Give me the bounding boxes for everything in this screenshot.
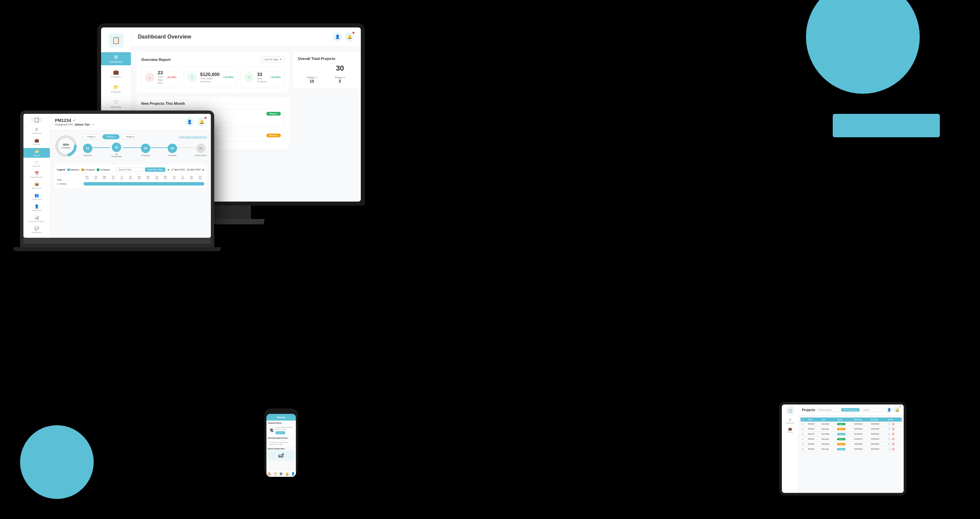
laptop-user-button[interactable]: 👤 <box>185 117 194 127</box>
user-profile-button[interactable]: 👤 <box>333 32 342 41</box>
table-row[interactable]: ☐ PM1234 Renovate Phase 1 01/04/2023 30/… <box>800 437 902 442</box>
sidebar-item-dashboard[interactable]: ⊞ Dashboard <box>101 52 131 65</box>
report-filter-dropdown[interactable]: Last 30 days ▾ <box>260 57 284 62</box>
portfolio-icon: 💼 <box>113 69 119 75</box>
phone-section-design: Explore Design Ideas <box>268 448 294 450</box>
tablet-search-input-2[interactable] <box>861 408 884 412</box>
delete-button[interactable]: 🗑 <box>892 437 895 441</box>
action-icons: ✏ 🗑 <box>888 422 900 425</box>
action-icons: ✏ 🗑 <box>888 437 900 441</box>
table-row[interactable]: ☐ PM1234 New Build Phase 3 01/04/2023 30… <box>800 431 902 437</box>
search-task-input[interactable] <box>116 167 143 172</box>
stat-number-projects: 33 <box>257 72 267 77</box>
tablet-add-export-button[interactable]: Add New Export <box>841 408 859 412</box>
tablet-nav-portfolio[interactable]: 💼 Portfolio <box>782 426 798 434</box>
status-pill: Phase 1 <box>837 438 845 440</box>
phase-tab-1[interactable]: Phase 1 <box>83 134 100 139</box>
delete-button[interactable]: 🗑 <box>892 432 895 436</box>
lp-nav-settings[interactable]: ⚙ Settings <box>24 236 50 238</box>
edit-button[interactable]: ✏ <box>888 432 891 436</box>
tablet-device: 📋 ⊞ Dashboard 💼 Portfolio Projects Add N… <box>779 402 906 495</box>
phone-design-image: 🛋 <box>268 451 294 461</box>
table-row[interactable]: ☐ PM1234 New Build Phase 1 01/04/2023 30… <box>800 422 902 427</box>
notification-button[interactable]: 🔔 <box>345 32 354 41</box>
phone-nav-home[interactable]: 🏠 <box>267 472 271 476</box>
laptop-notification-button[interactable]: 🔔 <box>197 117 206 127</box>
step-line-1 <box>92 147 110 148</box>
task-area: Legend Milestone In Progress <box>54 165 207 188</box>
sidebar-item-warranty[interactable]: 🛡 Warranty <box>101 97 131 110</box>
report-header: Overview Report Last 30 days ▾ <box>141 57 285 62</box>
legend-title: Legend <box>57 169 65 171</box>
delete-button[interactable]: 🗑 <box>892 422 895 425</box>
phone-nav-user[interactable]: 👤 <box>291 472 295 476</box>
table-row[interactable]: ☐ PM1234 New Build Phase 2 01/04/2023 30… <box>800 442 902 447</box>
action-icons: ✏ 🗑 <box>888 432 900 436</box>
phone-frame: Planner Ongoing Projects 🏗 You do not ha… <box>264 409 298 476</box>
step-label-4: Schedule <box>168 154 177 156</box>
delete-button[interactable]: 🗑 <box>892 442 895 446</box>
edit-button[interactable]: ✏ <box>888 447 891 451</box>
prev-arrow[interactable]: ◀ <box>167 169 169 171</box>
phone-ongoing-text: You do not have any ongoing projects for… <box>275 426 293 434</box>
day-col: Fri21/4 <box>118 175 126 181</box>
tablet-search-input[interactable] <box>816 408 840 412</box>
stat-icon-down: ↓ <box>145 73 154 82</box>
table-col-end: End Date <box>870 417 886 422</box>
lp-nav-finance[interactable]: 📊 Finance & Report <box>24 214 50 224</box>
phone-section-appointments: Upcoming Appointments <box>268 437 294 439</box>
tablet-nav-dashboard[interactable]: ⊞ Dashboard <box>782 417 798 425</box>
lp-nav-feedbacks[interactable]: 💬 Feedbacks <box>24 225 50 235</box>
milestone-dot <box>67 169 70 171</box>
tablet-notification-button[interactable]: 🔔 <box>894 406 900 413</box>
phone-nav-bell[interactable]: 🔔 <box>285 472 289 476</box>
day-col: Tue25/4 <box>153 175 161 181</box>
lp-nav-dashboard[interactable]: ⊞ Dashboard <box>24 126 50 135</box>
sidebar-item-projects[interactable]: 📁 Projects <box>101 82 131 96</box>
next-arrow[interactable]: ▶ <box>202 169 204 171</box>
dashboard-header: Dashboard Overview 👤 🔔 <box>131 27 361 46</box>
edit-button[interactable]: ✏ <box>888 437 891 441</box>
step-line-4 <box>177 147 194 148</box>
edit-button[interactable]: ✏ <box>888 442 891 446</box>
phase1-count: 10 <box>307 79 317 84</box>
phase-tab-2[interactable]: Phase 2 <box>102 134 120 139</box>
tablet-notification-badge <box>899 406 901 408</box>
add-project-btn[interactable]: Add Project <box>275 431 285 434</box>
lp-nav-warranty[interactable]: 🛡 Warranty <box>24 159 50 169</box>
ongoing-illustration: 🏗 <box>269 426 274 434</box>
lp-nav-portfolio[interactable]: 💼 Portfolio <box>24 137 50 146</box>
phase-tab-3[interactable]: Phase 3 <box>121 134 139 139</box>
tablet-frame: 📋 ⊞ Dashboard 💼 Portfolio Projects Add N… <box>779 402 906 495</box>
lp-nav-projects[interactable]: 📁 Projects <box>24 148 50 158</box>
edit-button[interactable]: ✏ <box>888 422 891 425</box>
edit-icon[interactable]: ✏ <box>92 123 94 126</box>
laptop-user-icon: 👤 <box>187 119 192 124</box>
sidebar-item-portfolio[interactable]: 💼 Portfolio <box>101 67 131 80</box>
legend-milestone: Milestone <box>67 169 80 171</box>
legend-area: Legend Milestone In Progress <box>57 169 110 171</box>
donut-percent: 45% Complete <box>62 143 70 149</box>
phase-tabs: Phase 1 Phase 2 Phase 3 <box>83 134 139 139</box>
phone-nav-projects[interactable]: 📋 <box>274 472 277 476</box>
table-col-checkbox: ☐ <box>800 417 807 422</box>
delete-button[interactable]: 🗑 <box>892 427 895 431</box>
stat-info-revenue: $120,000 Total Sales Revenue <box>200 72 220 83</box>
phone-nav-add[interactable]: ➕ <box>279 472 283 476</box>
step-circle-4: 04 <box>168 144 177 153</box>
lp-nav-employees[interactable]: 👤 Employees <box>24 203 50 213</box>
table-row[interactable]: ☐ PM1234 Renovate Phase 3 01/04/2023 30/… <box>800 447 902 452</box>
add-task-button[interactable]: Add New Task <box>145 167 165 172</box>
lp-nav-appointments[interactable]: 📅 Appointments <box>24 170 50 180</box>
tablet-user-button[interactable]: 👤 <box>886 406 892 413</box>
phone-content: Ongoing Projects 🏗 You do not have any o… <box>266 420 296 462</box>
view-appointments-link[interactable]: View Project Appointments <box>179 135 207 138</box>
phone-ongoing-card: 🏗 You do not have any ongoing projects f… <box>268 425 294 436</box>
table-row[interactable]: ☐ PM1234 Renovate Phase 2 01/04/2023 30/… <box>800 427 902 431</box>
edit-button[interactable]: ✏ <box>888 427 891 431</box>
delete-button[interactable]: 🗑 <box>892 447 895 451</box>
legend-completed: Completed <box>97 169 110 171</box>
bg-circle-top <box>806 0 920 94</box>
lp-nav-resources[interactable]: 📦 Resources <box>24 181 50 191</box>
lp-nav-customers[interactable]: 👥 Customers <box>24 192 50 202</box>
